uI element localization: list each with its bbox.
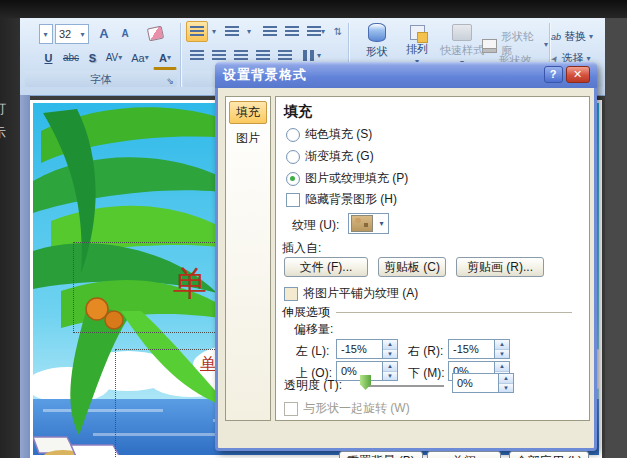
- dialog-titlebar[interactable]: 设置背景格式 ? ✕: [215, 62, 597, 88]
- spinner-arrows[interactable]: ▲▼: [494, 340, 509, 358]
- spin-up-icon: ▲: [495, 362, 509, 372]
- window-right-strip: [605, 18, 627, 458]
- line-spacing-icon: [307, 26, 321, 37]
- eraser-icon: [146, 26, 163, 42]
- checkbox-tile-picture[interactable]: 将图片平铺为纹理 (A): [284, 285, 418, 302]
- chevron-down-icon: ▾: [317, 51, 321, 60]
- numbering-button[interactable]: [221, 21, 243, 42]
- text-direction-icon: ⇅: [334, 26, 342, 37]
- quick-styles-icon: [452, 24, 472, 41]
- texture-label: 纹理 (U):: [292, 217, 339, 234]
- chevron-down-icon: ▾: [544, 40, 548, 49]
- checkbox-disabled-icon: [284, 402, 298, 416]
- increase-indent-button[interactable]: [281, 21, 303, 42]
- strikethrough-button[interactable]: abc: [58, 47, 84, 68]
- offset-bottom-label: 下 (M):: [408, 365, 445, 382]
- close-icon[interactable]: ✕: [566, 66, 590, 83]
- clear-formatting-button[interactable]: [143, 23, 167, 44]
- chevron-down-icon: ▾: [247, 27, 251, 36]
- stretch-options-section: 伸展选项: [282, 304, 582, 321]
- change-case-button[interactable]: Aa▾: [127, 47, 153, 68]
- bullets-button[interactable]: [186, 21, 208, 42]
- distribute-icon: [278, 50, 292, 61]
- font-size-combo[interactable]: 32 ▾: [55, 24, 89, 44]
- replace-icon: ab: [551, 32, 561, 42]
- text-shadow-button[interactable]: S: [84, 47, 101, 68]
- justify-icon: [256, 50, 270, 61]
- reset-background-button[interactable]: 重置背景 (B): [339, 451, 423, 458]
- underline-button[interactable]: U: [39, 47, 58, 68]
- dialog-launcher-icon[interactable]: ⇘: [166, 77, 174, 86]
- screen: 打 示 ▾ 32 ▾ A A U abc S AV▾ Aa▾ A▾ 字体 ⇘: [0, 0, 627, 458]
- edge-char: 打: [0, 100, 6, 118]
- clipart-button[interactable]: 剪贴画 (R)...: [456, 257, 544, 277]
- transparency-label: 透明度 (T):: [284, 377, 342, 394]
- transparency-spinner[interactable]: 0% ▲▼: [452, 373, 514, 393]
- chevron-down-icon: ▾: [167, 53, 171, 62]
- spinner-arrows[interactable]: ▲▼: [498, 374, 513, 392]
- file-button[interactable]: 文件 (F)...: [284, 257, 368, 277]
- pane-edge: [20, 95, 30, 458]
- spinner-value: -15%: [449, 340, 494, 358]
- spinner-value: 0%: [453, 374, 498, 392]
- decrease-indent-icon: [263, 26, 277, 37]
- arrange-button[interactable]: 排列 ▾: [398, 23, 436, 66]
- texture-dropdown[interactable]: ▾: [348, 213, 389, 234]
- format-background-dialog: 设置背景格式 ? ✕ 填充 图片 填充 纯色填充 (S) 渐变填充 (G): [215, 62, 597, 451]
- checkbox-hide-background[interactable]: 隐藏背景图形 (H): [286, 191, 397, 208]
- window-left-strip: 打 示: [0, 18, 20, 458]
- line-spacing-button[interactable]: ▾: [305, 21, 327, 42]
- spin-down-icon: ▼: [383, 350, 397, 359]
- numbering-dropdown[interactable]: ▾: [243, 21, 255, 42]
- insert-from-label: 插入自:: [282, 240, 321, 257]
- quick-styles-button[interactable]: 快速样式 ▾: [436, 23, 488, 67]
- font-color-button[interactable]: A▾: [153, 47, 177, 70]
- offsets-label: 偏移量:: [294, 321, 333, 338]
- grow-font-button[interactable]: A: [93, 23, 115, 44]
- transparency-slider-track[interactable]: [368, 385, 444, 388]
- radio-gradient-fill[interactable]: 渐变填充 (G): [286, 148, 374, 165]
- radio-selected-icon: [286, 172, 300, 186]
- offset-left-spinner[interactable]: -15% ▲▼: [336, 339, 398, 359]
- chevron-down-icon: ▾: [375, 219, 388, 228]
- bullets-dropdown[interactable]: ▾: [208, 21, 220, 42]
- group-separator: [180, 23, 182, 87]
- numbered-list-icon: [225, 26, 239, 37]
- close-button[interactable]: 关闭: [427, 451, 501, 458]
- text-direction-button[interactable]: ⇅: [329, 21, 347, 42]
- dialog-body: 填充 图片 填充 纯色填充 (S) 渐变填充 (G) 图片或纹理填充 (P): [218, 88, 594, 448]
- radio-picture-texture-fill[interactable]: 图片或纹理填充 (P): [286, 170, 408, 187]
- shapes-icon: [368, 23, 386, 42]
- radio-solid-fill[interactable]: 纯色填充 (S): [286, 126, 372, 143]
- character-spacing-button[interactable]: AV▾: [101, 47, 127, 68]
- align-right-icon: [234, 50, 248, 61]
- clipboard-button[interactable]: 剪贴板 (C): [378, 257, 446, 277]
- checkbox-rotate-with-shape: 与形状一起旋转 (W): [284, 400, 410, 417]
- texture-thumbnail-icon: [351, 215, 373, 232]
- font-size-value: 32: [56, 28, 77, 40]
- tab-fill[interactable]: 填充: [229, 101, 267, 124]
- apply-all-button[interactable]: 全部应用 (L): [509, 451, 589, 458]
- chevron-down-icon: ▾: [321, 27, 325, 36]
- window-top-bar: [0, 0, 627, 18]
- shrink-font-button[interactable]: A: [115, 23, 135, 44]
- offset-right-label: 右 (R):: [408, 343, 443, 360]
- columns-icon: [303, 50, 317, 61]
- font-name-combo[interactable]: ▾: [39, 24, 53, 44]
- arrange-icon: [410, 25, 425, 40]
- align-center-icon: [212, 50, 226, 61]
- radio-icon: [286, 150, 300, 164]
- decrease-indent-button[interactable]: [259, 21, 281, 42]
- spinner-arrows[interactable]: ▲▼: [382, 340, 397, 358]
- chevron-down-icon: ▾: [212, 27, 216, 36]
- tab-picture[interactable]: 图片: [229, 128, 267, 149]
- replace-button[interactable]: ab 替换 ▾: [551, 29, 593, 44]
- spinner-arrows[interactable]: ▲▼: [382, 362, 397, 380]
- chevron-down-icon: ▾: [118, 53, 122, 62]
- align-left-button[interactable]: [186, 45, 208, 66]
- spinner-value: -15%: [337, 340, 382, 358]
- chevron-down-icon: ▾: [40, 30, 51, 39]
- offset-right-spinner[interactable]: -15% ▲▼: [448, 339, 510, 359]
- help-button[interactable]: ?: [544, 66, 563, 83]
- checkbox-icon: [286, 193, 300, 207]
